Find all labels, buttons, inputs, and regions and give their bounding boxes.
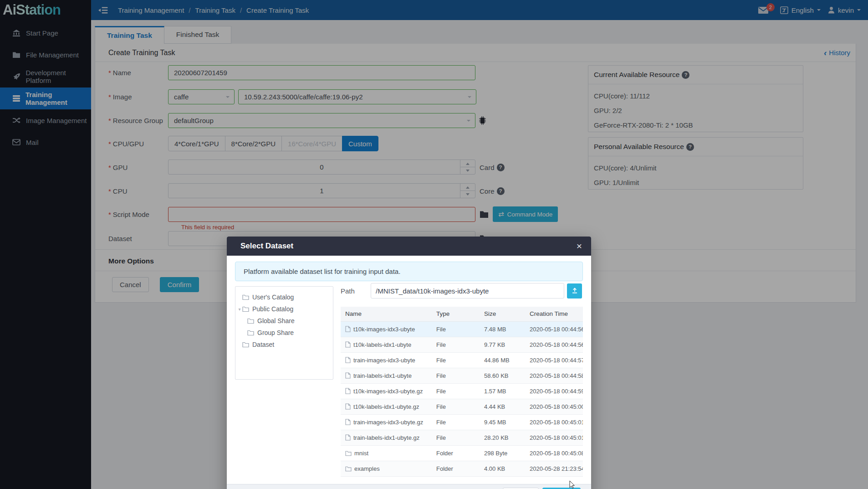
file-type: File xyxy=(432,430,480,445)
path-label: Path xyxy=(341,287,359,295)
modal-footer xyxy=(227,484,591,489)
tree-item-users-catalog[interactable]: User's Catalog xyxy=(235,291,333,303)
folder-icon xyxy=(345,451,352,456)
file-type: File xyxy=(432,368,480,383)
select-dataset-modal: Select Dataset × Platform available data… xyxy=(227,237,591,489)
file-size: 28.20 KB xyxy=(480,430,525,445)
file-size: 58.60 KB xyxy=(480,368,525,383)
tree-item-global-share[interactable]: Global Share xyxy=(235,315,333,327)
file-icon xyxy=(345,419,351,425)
table-header-row: Name Type Size Creation Time xyxy=(341,307,583,321)
file-type: Folder xyxy=(432,445,480,461)
dataset-tree: User's Catalog ▾ Public Catalog Global S… xyxy=(235,286,333,380)
caret-down-icon[interactable]: ▾ xyxy=(237,307,242,312)
file-creation-time: 2020-05-18 00:44:56 xyxy=(525,337,583,352)
folder-icon xyxy=(345,466,352,472)
file-type: File xyxy=(432,337,480,352)
folder-icon xyxy=(242,306,249,312)
path-input[interactable] xyxy=(371,283,564,299)
file-size: 1.57 MB xyxy=(480,383,525,399)
column-header-type: Type xyxy=(432,307,480,321)
info-alert: Platform available dataset list for trai… xyxy=(235,262,583,281)
file-size: 298 Byte xyxy=(480,445,525,461)
file-type: File xyxy=(432,383,480,399)
level-up-icon xyxy=(571,287,578,295)
column-header-creation-time: Creation Time xyxy=(525,307,583,321)
file-type: File xyxy=(432,321,480,337)
tree-item-dataset[interactable]: Dataset xyxy=(235,339,333,350)
file-creation-time: 2020-05-18 00:44:58 xyxy=(525,368,583,383)
path-row: Path xyxy=(341,283,583,299)
file-creation-time: 2020-05-18 00:44:59 xyxy=(525,383,583,399)
file-size: 9.45 MB xyxy=(480,414,525,430)
page: AiStation Start Page File Management Dev… xyxy=(0,0,868,489)
file-size: 7.48 MB xyxy=(480,321,525,337)
tree-item-public-catalog[interactable]: ▾ Public Catalog xyxy=(235,303,333,315)
file-type: File xyxy=(432,352,480,368)
file-creation-time: 2020-05-18 00:45:01 xyxy=(525,430,583,445)
file-icon xyxy=(345,372,351,379)
table-row[interactable]: examplesFolder4.00 KB2020-05-28 21:23:54 xyxy=(341,461,583,476)
column-header-name: Name xyxy=(341,307,432,321)
close-icon[interactable]: × xyxy=(567,237,591,256)
file-creation-time: 2020-05-18 00:45:00 xyxy=(525,399,583,414)
file-name: train-images-idx3-ubyte xyxy=(353,357,415,364)
table-row[interactable]: train-labels-idx1-ubyte.gzFile28.20 KB20… xyxy=(341,430,583,445)
table-row[interactable]: t10k-images-idx3-ubyteFile7.48 MB2020-05… xyxy=(341,321,583,337)
file-size: 4.44 KB xyxy=(480,399,525,414)
column-header-size: Size xyxy=(480,307,525,321)
table-row[interactable]: t10k-labels-idx1-ubyte.gzFile4.44 KB2020… xyxy=(341,399,583,414)
table-row[interactable]: t10k-labels-idx1-ubyteFile9.77 KB2020-05… xyxy=(341,337,583,352)
table-row[interactable]: train-labels-idx1-ubyteFile58.60 KB2020-… xyxy=(341,368,583,383)
file-name: examples xyxy=(354,465,380,472)
file-name: train-labels-idx1-ubyte xyxy=(353,372,412,379)
modal-title: Select Dataset xyxy=(227,242,293,251)
folder-icon xyxy=(242,342,249,348)
folder-icon xyxy=(242,294,249,300)
file-icon xyxy=(345,341,351,348)
file-icon xyxy=(345,326,351,332)
file-size: 9.77 KB xyxy=(480,337,525,352)
file-name: t10k-labels-idx1-ubyte xyxy=(353,341,411,348)
file-creation-time: 2020-05-18 00:45:08 xyxy=(525,445,583,461)
dataset-table-body: t10k-images-idx3-ubyteFile7.48 MB2020-05… xyxy=(341,321,583,476)
table-row[interactable]: t10k-images-idx3-ubyte.gzFile1.57 MB2020… xyxy=(341,383,583,399)
file-creation-time: 2020-05-28 21:23:54 xyxy=(525,461,583,476)
file-name: t10k-images-idx3-ubyte.gz xyxy=(353,388,423,395)
file-type: File xyxy=(432,414,480,430)
file-creation-time: 2020-05-18 00:44:56 xyxy=(525,321,583,337)
file-name: mnist xyxy=(354,450,368,457)
file-name: train-labels-idx1-ubyte.gz xyxy=(353,434,419,441)
folder-icon xyxy=(247,318,254,324)
file-name: t10k-labels-idx1-ubyte.gz xyxy=(353,403,419,410)
file-name: train-images-idx3-ubyte.gz xyxy=(353,419,423,426)
folder-icon xyxy=(247,330,254,336)
file-creation-time: 2020-05-18 00:45:01 xyxy=(525,414,583,430)
file-icon xyxy=(345,357,351,363)
dataset-table: Name Type Size Creation Time t10k-images… xyxy=(341,307,583,477)
file-size: 4.00 KB xyxy=(480,461,525,476)
parent-directory-button[interactable] xyxy=(567,283,582,299)
file-creation-time: 2020-05-18 00:44:57 xyxy=(525,352,583,368)
file-icon xyxy=(345,388,351,394)
table-row[interactable]: mnistFolder298 Byte2020-05-18 00:45:08 xyxy=(341,445,583,461)
file-type: File xyxy=(432,399,480,414)
table-row[interactable]: train-images-idx3-ubyte.gzFile9.45 MB202… xyxy=(341,414,583,430)
modal-header: Select Dataset × xyxy=(227,237,591,256)
file-size: 44.86 MB xyxy=(480,352,525,368)
modal-right-column: Path Name Type Size Creation Time t10k-i… xyxy=(341,283,583,477)
file-icon xyxy=(345,434,351,441)
table-row[interactable]: train-images-idx3-ubyteFile44.86 MB2020-… xyxy=(341,352,583,368)
tree-item-group-share[interactable]: Group Share xyxy=(235,327,333,339)
file-type: Folder xyxy=(432,461,480,476)
file-name: t10k-images-idx3-ubyte xyxy=(353,326,415,333)
file-icon xyxy=(345,403,351,410)
